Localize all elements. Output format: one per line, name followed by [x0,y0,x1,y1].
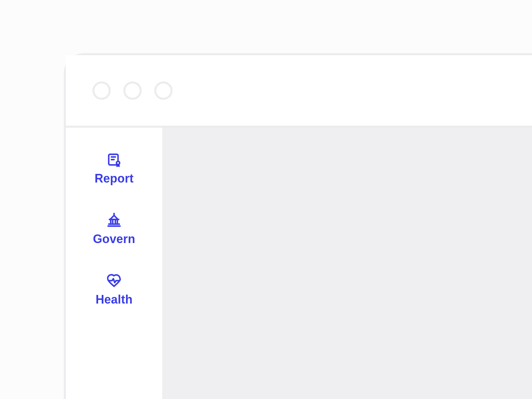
window-control-close[interactable] [92,81,111,100]
sidebar-item-label: Report [94,172,133,186]
window-body: Report Govern [66,128,532,399]
sidebar-item-label: Govern [93,232,135,246]
window-control-zoom[interactable] [154,81,173,100]
sidebar-item-health[interactable]: Health [95,273,132,307]
app-window: Report Govern [64,53,532,399]
sidebar-item-report[interactable]: Report [94,152,133,186]
window-titlebar [66,55,532,128]
heart-pulse-icon [106,273,122,289]
sidebar: Report Govern [66,128,162,399]
government-icon [106,212,122,228]
sidebar-item-govern[interactable]: Govern [93,212,135,246]
window-control-minimize[interactable] [123,81,142,100]
certificate-icon [106,152,122,168]
content-area [162,128,532,399]
sidebar-item-label: Health [95,293,132,307]
